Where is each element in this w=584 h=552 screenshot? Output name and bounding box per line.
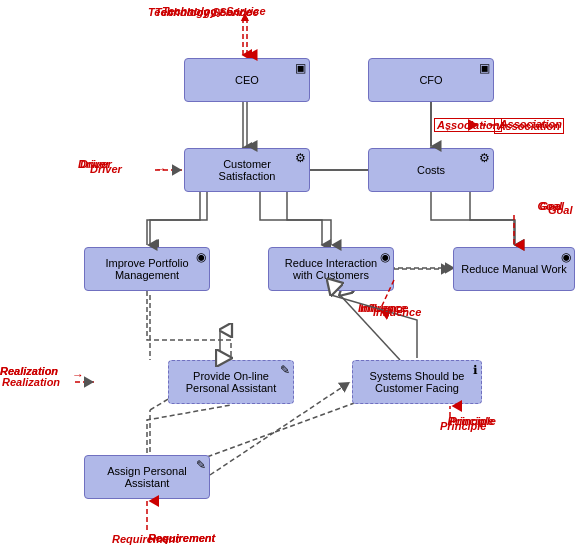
provide-online-label: Provide On-linePersonal Assistant <box>186 370 277 394</box>
ceo-icon: ▣ <box>295 61 306 75</box>
ip-icon: ◉ <box>196 250 206 264</box>
reduce-interaction-label: Reduce Interactionwith Customers <box>285 257 377 281</box>
ap-icon: ✎ <box>196 458 206 472</box>
reduce-manual-node: Reduce Manual Work ◉ <box>453 247 575 291</box>
goal-final: Goal <box>548 204 572 216</box>
reduce-manual-label: Reduce Manual Work <box>461 263 567 275</box>
cfo-label: CFO <box>419 74 442 86</box>
ceo-label: CEO <box>235 74 259 86</box>
assign-personal-node: Assign PersonalAssistant ✎ <box>84 455 210 499</box>
customer-satisfaction-label: CustomerSatisfaction <box>219 158 276 182</box>
principle-final: Principle <box>440 420 486 432</box>
association-text: Association <box>494 118 564 134</box>
costs-label: Costs <box>417 164 445 176</box>
costs-icon: ⚙ <box>479 151 490 165</box>
ss-icon: ℹ <box>473 363 478 377</box>
improve-portfolio-node: Improve PortfolioManagement ◉ <box>84 247 210 291</box>
systems-should-label: Systems Should beCustomer Facing <box>370 370 465 394</box>
tech-service-final-label: Technology Service <box>155 6 259 18</box>
po-icon: ✎ <box>280 363 290 377</box>
diagram-container: Technology Service ▲ Technology Service … <box>0 0 584 552</box>
improve-portfolio-label: Improve PortfolioManagement <box>105 257 188 281</box>
cfo-icon: ▣ <box>479 61 490 75</box>
driver-arrow: → <box>155 162 167 176</box>
assign-personal-label: Assign PersonalAssistant <box>107 465 187 489</box>
reduce-interaction-node: Reduce Interactionwith Customers ◉ <box>268 247 394 291</box>
requirement-final: Requirement <box>112 533 179 545</box>
costs-node: Costs ⚙ <box>368 148 494 192</box>
systems-should-node: Systems Should beCustomer Facing ℹ <box>352 360 482 404</box>
influence-final: Influence <box>373 306 421 318</box>
association-final: Association <box>434 118 502 132</box>
provide-online-node: Provide On-linePersonal Assistant ✎ <box>168 360 294 404</box>
cs-icon: ⚙ <box>295 151 306 165</box>
customer-satisfaction-node: CustomerSatisfaction ⚙ <box>184 148 310 192</box>
ri-icon: ◉ <box>380 250 390 264</box>
rm-icon: ◉ <box>561 250 571 264</box>
realization-final: Realization <box>2 376 60 388</box>
ceo-node: CEO ▣ <box>184 58 310 102</box>
realization-arrow: → <box>72 368 84 382</box>
cfo-node: CFO ▣ <box>368 58 494 102</box>
driver-final: Driver <box>90 163 122 175</box>
